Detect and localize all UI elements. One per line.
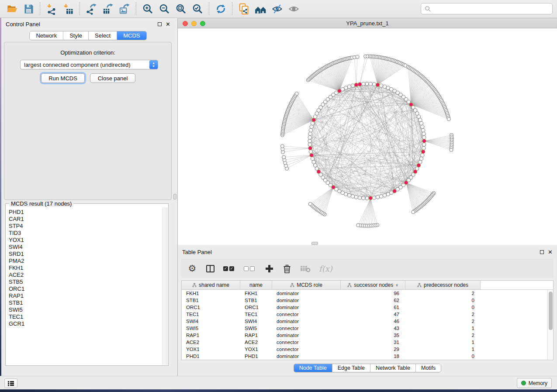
- zoom-in-icon[interactable]: [139, 1, 156, 16]
- table-row-swi4[interactable]: SWI4SWI4dominator462: [182, 318, 553, 325]
- mcds-node-phd1[interactable]: PHD1: [9, 209, 163, 216]
- table-tabs: Node TableEdge TableNetwork TableMotifs: [294, 364, 442, 372]
- mcds-node-rap1[interactable]: RAP1: [9, 292, 163, 299]
- settings-icon[interactable]: ⚙: [187, 264, 197, 274]
- close-panel-button[interactable]: Close panel: [90, 73, 135, 83]
- tab-network[interactable]: Network: [30, 31, 63, 40]
- table-scrollbar-thumb[interactable]: [549, 292, 553, 330]
- table-row-fkh1[interactable]: FKH1FKH1dominator962: [182, 290, 553, 297]
- network-canvas[interactable]: [178, 28, 557, 245]
- column-header-predecessor-nodes[interactable]: predecessor nodes: [405, 281, 481, 289]
- mcds-node-swi5[interactable]: SWI5: [9, 306, 163, 313]
- hide-items-icon[interactable]: [269, 1, 285, 16]
- mcds-node-stp4[interactable]: STP4: [9, 223, 163, 230]
- cell: 2: [405, 333, 481, 338]
- mcds-node-tec1[interactable]: TEC1: [9, 313, 163, 320]
- search-input[interactable]: [434, 6, 549, 12]
- task-history-button[interactable]: [4, 378, 17, 388]
- split-columns-icon[interactable]: [205, 264, 215, 274]
- apply-function-icon: f(x): [319, 264, 332, 274]
- export-network-icon[interactable]: [83, 1, 100, 16]
- column-header-shared-name[interactable]: shared name: [182, 281, 240, 289]
- cell: FKH1: [182, 291, 240, 296]
- table-row-swi5[interactable]: SWI5SWI5connector431: [182, 325, 553, 332]
- close-table-panel-icon[interactable]: ✕: [548, 249, 553, 255]
- float-panel-icon[interactable]: [158, 22, 162, 26]
- table-row-yox1[interactable]: YOX1YOX1connector291: [182, 346, 553, 353]
- import-network-icon[interactable]: [43, 1, 60, 16]
- cell: STB1: [240, 298, 272, 303]
- table-tab-network-table[interactable]: Network Table: [370, 364, 416, 372]
- cell: 61: [341, 305, 405, 310]
- table-tab-edge-table[interactable]: Edge Table: [332, 364, 370, 372]
- table-rows: FKH1FKH1dominator962STB1STB1dominator620…: [182, 290, 553, 360]
- float-table-panel-icon[interactable]: [540, 250, 544, 254]
- add-column-icon[interactable]: [264, 264, 274, 274]
- table-row-stb1[interactable]: STB1STB1dominator620: [182, 297, 553, 304]
- mcds-node-srd1[interactable]: SRD1: [9, 251, 163, 258]
- cell: dominator: [272, 298, 341, 303]
- table-tab-motifs[interactable]: Motifs: [416, 364, 441, 372]
- table-toolbar: ⚙ f(x): [181, 259, 554, 278]
- table-tab-node-table[interactable]: Node Table: [294, 364, 332, 372]
- tab-style[interactable]: Style: [63, 31, 89, 40]
- cell: SWI5: [182, 326, 240, 331]
- column-header-name[interactable]: name: [240, 281, 272, 289]
- toolbar-separator: [232, 2, 232, 15]
- run-mcds-button[interactable]: Run MCDS: [41, 73, 85, 83]
- vertical-splitter-handle[interactable]: [173, 194, 176, 199]
- mcds-node-gcr1[interactable]: GCR1: [9, 320, 163, 327]
- export-image-icon[interactable]: [116, 1, 133, 16]
- tab-select[interactable]: Select: [89, 31, 117, 40]
- mcds-list-scrollbar[interactable]: [163, 207, 168, 365]
- tab-mcds[interactable]: MCDS: [117, 31, 146, 40]
- control-panel-titlebar: Control Panel ✕: [1, 18, 175, 30]
- zoom-selected-icon[interactable]: [189, 1, 206, 16]
- share-document-icon[interactable]: [235, 1, 252, 16]
- mcds-node-stb5[interactable]: STB5: [9, 279, 163, 285]
- import-table-icon[interactable]: [60, 1, 76, 16]
- horizontal-splitter-handle[interactable]: [311, 242, 318, 245]
- zoom-out-icon[interactable]: [156, 1, 173, 16]
- cell: ORC1: [240, 305, 272, 310]
- table-scrollbar[interactable]: [547, 290, 553, 359]
- cell: connector: [272, 326, 341, 331]
- open-file-icon[interactable]: [3, 1, 20, 16]
- mcds-node-tid3[interactable]: TID3: [9, 230, 163, 237]
- deselect-all-checkboxes-icon[interactable]: [244, 264, 256, 274]
- cell: dominator: [272, 333, 341, 338]
- zoom-fit-icon[interactable]: [173, 1, 189, 16]
- mcds-node-stb1[interactable]: STB1: [9, 299, 163, 306]
- column-header-successor-nodes[interactable]: successor nodes∨: [341, 281, 405, 289]
- mcds-node-yox1[interactable]: YOX1: [9, 237, 163, 244]
- criterion-select[interactable]: largest connected component (undirected)…: [20, 60, 158, 69]
- mcds-node-orc1[interactable]: ORC1: [9, 285, 163, 292]
- close-panel-icon[interactable]: ✕: [166, 21, 170, 27]
- delete-column-icon[interactable]: [282, 264, 292, 274]
- mcds-result-list[interactable]: PHD1CAR1STP4TID3YOX1SWI4SRD1PMA2FKH1ACE2…: [6, 207, 163, 365]
- mcds-node-car1[interactable]: CAR1: [9, 216, 163, 223]
- cell: TEC1: [182, 312, 240, 317]
- network-graph[interactable]: [178, 28, 557, 245]
- select-all-checkboxes-icon[interactable]: [223, 264, 235, 274]
- mcds-node-ace2[interactable]: ACE2: [9, 272, 163, 279]
- mcds-node-pma2[interactable]: PMA2: [9, 258, 163, 265]
- table-row-tec1[interactable]: TEC1TEC1connector472: [182, 311, 553, 318]
- export-table-icon[interactable]: [100, 1, 116, 16]
- table-row-ace2[interactable]: ACE2ACE2connector311: [182, 339, 553, 346]
- mcds-node-swi4[interactable]: SWI4: [9, 244, 163, 251]
- table-row-rap1[interactable]: RAP1RAP1dominator352: [182, 332, 553, 339]
- save-session-icon[interactable]: [20, 1, 37, 16]
- houses-icon[interactable]: [252, 1, 269, 16]
- memory-button[interactable]: Memory: [517, 378, 552, 388]
- table-row-orc1[interactable]: ORC1ORC1dominator610: [182, 304, 553, 311]
- refresh-icon[interactable]: [212, 1, 229, 16]
- cell: 0: [405, 354, 481, 359]
- cell: PHD1: [240, 354, 272, 359]
- show-items-icon[interactable]: [285, 1, 302, 16]
- column-header-MCDS-role[interactable]: MCDS role: [272, 281, 341, 289]
- cell: SWI4: [182, 319, 240, 324]
- mcds-node-fkh1[interactable]: FKH1: [9, 265, 163, 272]
- control-panel-title: Control Panel: [6, 21, 40, 28]
- table-row-phd1[interactable]: PHD1PHD1dominator180: [182, 353, 553, 360]
